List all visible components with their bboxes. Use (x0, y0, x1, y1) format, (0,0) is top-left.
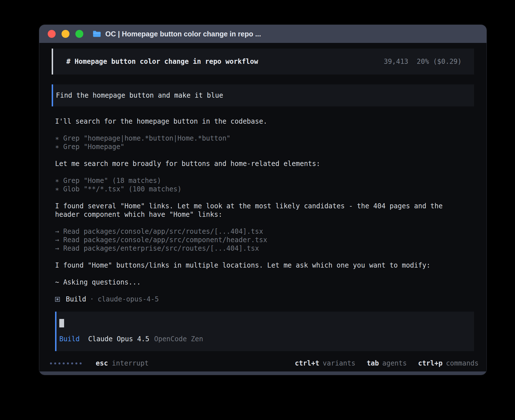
status-bar: esc interrupt ctrl+t variants tab agents (50, 359, 479, 368)
agent-model: claude-opus-4-5 (98, 295, 159, 303)
tool-call-read: → Read packages/console/app/src/routes/[… (55, 227, 469, 236)
terminal-content: # Homepage button color change in repo w… (39, 43, 486, 371)
user-message: Find the homepage button and make it blu… (52, 84, 474, 106)
status-right: ctrl+t variants tab agents ctrl+p comman… (295, 359, 479, 368)
shortcut-key: ctrl+p (418, 359, 443, 368)
tool-call-read: → Read packages/enterprise/src/routes/[.… (55, 244, 469, 253)
shortcut-key: tab (367, 359, 379, 368)
agent-build-icon-dot (56, 298, 58, 300)
user-message-text: Find the homepage button and make it blu… (56, 91, 468, 100)
minimize-button[interactable] (62, 30, 69, 38)
tool-call-group: ∗ Grep "Home" (18 matches) ∗ Glob "**/*.… (55, 176, 469, 193)
desktop: OC | Homepage button color change in rep… (0, 0, 515, 420)
esc-key-label: interrupt (112, 359, 149, 368)
traffic-lights (48, 30, 83, 38)
agent-status-row: Build · claude-opus-4-5 (55, 295, 474, 303)
shortcut-agents: tab agents (367, 359, 407, 368)
agent-name: Build (66, 295, 86, 303)
window-title: OC | Homepage button color change in rep… (105, 30, 261, 38)
shortcut-label: variants (323, 359, 355, 368)
session-stats: 39,413 20% ($0.29) (384, 57, 462, 66)
tool-call-grep: ∗ Grep "Home" (18 matches) (55, 176, 469, 185)
tool-call-read: → Read packages/console/app/src/componen… (55, 236, 469, 244)
agent-build-icon (55, 297, 60, 302)
shortcut-label: agents (382, 359, 407, 368)
transcript: I'll search for the homepage button in t… (52, 117, 474, 368)
zoom-button[interactable] (75, 30, 83, 38)
tool-call-group: ∗ Grep "homepage|home.*button|Home.*butt… (55, 134, 469, 151)
shortcut-label: commands (446, 359, 479, 368)
assistant-message: I found several "Home" links. Let me loo… (55, 202, 469, 219)
window-bottom-edge (39, 371, 486, 375)
tool-call-group: → Read packages/console/app/src/routes/[… (55, 227, 469, 253)
status-left: esc interrupt (50, 359, 149, 368)
assistant-message: I found "Home" buttons/links in multiple… (55, 261, 469, 270)
prompt-input[interactable]: Build Claude Opus 4.5 OpenCode Zen (55, 312, 474, 351)
tool-call-grep: ∗ Grep "Homepage" (55, 143, 469, 151)
tool-call-glob: ∗ Glob "**/*.tsx" (100 matches) (55, 185, 469, 193)
session-header: # Homepage button color change in repo w… (52, 49, 474, 75)
shortcut-key: ctrl+t (295, 359, 319, 368)
agent-separator: · (90, 295, 94, 303)
input-mode: Build (59, 335, 80, 343)
assistant-message: I'll search for the homepage button in t… (55, 117, 469, 126)
input-provider: OpenCode Zen (154, 335, 203, 343)
token-count: 39,413 (384, 57, 408, 66)
spinner-icon (50, 362, 84, 364)
shortcut-variants: ctrl+t variants (295, 359, 355, 368)
status-message: ~ Asking questions... (55, 278, 469, 286)
window-titlebar[interactable]: OC | Homepage button color change in rep… (39, 25, 486, 43)
session-title: # Homepage button color change in repo w… (66, 57, 258, 66)
folder-icon (92, 29, 101, 38)
input-model: Claude Opus 4.5 (88, 335, 149, 343)
input-meta: Build Claude Opus 4.5 OpenCode Zen (59, 335, 468, 343)
terminal-window: OC | Homepage button color change in rep… (39, 25, 487, 375)
context-usage: 20% ($0.29) (417, 57, 462, 66)
text-cursor (59, 319, 64, 327)
shortcut-commands: ctrl+p commands (418, 359, 479, 368)
assistant-message: Let me search more broadly for buttons a… (55, 159, 469, 168)
close-button[interactable] (48, 30, 56, 38)
tool-call-grep: ∗ Grep "homepage|home.*button|Home.*butt… (55, 134, 469, 143)
esc-key-hint: esc (96, 359, 108, 368)
